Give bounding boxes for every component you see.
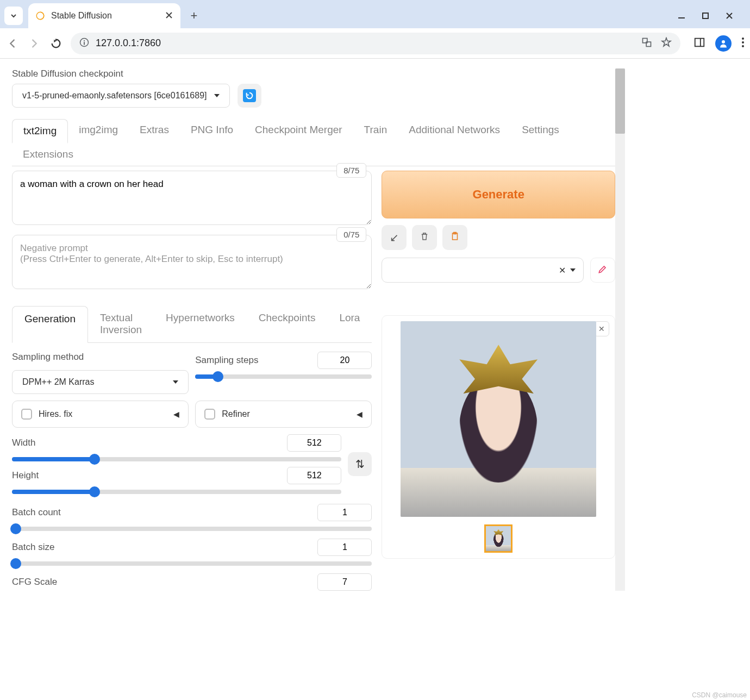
reload-button[interactable] [49, 36, 63, 51]
sampling-steps-label: Sampling steps [195, 355, 258, 366]
tab-search-button[interactable] [4, 7, 23, 25]
prompt-token-count: 8/75 [336, 163, 366, 178]
sub-tab-hypernetworks[interactable]: Hypernetworks [154, 305, 247, 342]
watermark-text: CSDN @caimouse [692, 691, 747, 699]
expand-left-icon: ◀ [173, 410, 179, 418]
edit-styles-button[interactable] [590, 258, 615, 283]
batch-count-input[interactable] [317, 504, 372, 521]
profile-button[interactable] [715, 35, 732, 52]
cfg-scale-label: CFG Scale [12, 577, 57, 588]
batch-size-label: Batch size [12, 542, 54, 553]
svg-point-10 [722, 40, 725, 43]
tab-extensions[interactable]: Extensions [12, 143, 84, 166]
tab-close-icon[interactable] [165, 11, 174, 20]
close-gallery-button[interactable]: ✕ [594, 321, 609, 336]
refresh-icon [243, 89, 256, 102]
negative-prompt-input[interactable] [12, 235, 372, 289]
refresh-checkpoints-button[interactable] [238, 84, 261, 108]
styles-dropdown[interactable]: ✕ [382, 258, 584, 283]
checkpoint-value: v1-5-pruned-emaonly.safetensors [6ce0161… [22, 91, 207, 101]
tab-title: Stable Diffusion [51, 11, 160, 21]
chevron-down-icon [214, 94, 220, 97]
tab-png-info[interactable]: PNG Info [180, 118, 244, 143]
close-window-button[interactable] [724, 10, 735, 21]
browser-tab[interactable]: Stable Diffusion [28, 3, 180, 28]
height-input[interactable] [287, 467, 341, 484]
width-slider[interactable] [12, 457, 341, 461]
bookmark-icon[interactable] [661, 37, 672, 50]
generated-image[interactable] [401, 321, 596, 517]
arrow-down-left-icon: ↙ [390, 231, 399, 244]
tab-txt2img[interactable]: txt2img [12, 119, 68, 143]
hires-fix-toggle[interactable]: Hires. fix ◀ [12, 401, 189, 428]
svg-rect-2 [703, 13, 708, 18]
sub-tab-textual-inversion[interactable]: Textual Inversion [88, 305, 154, 342]
cfg-scale-input[interactable] [317, 573, 372, 591]
forward-button[interactable] [27, 36, 41, 51]
tab-favicon-icon [35, 10, 46, 21]
batch-count-slider[interactable] [12, 527, 372, 531]
main-tabs: txt2img img2img Extras PNG Info Checkpoi… [12, 118, 615, 166]
trash-icon [420, 232, 429, 244]
scrollbar-thumb[interactable] [615, 68, 625, 134]
address-bar[interactable]: 127.0.0.1:7860 [71, 33, 680, 54]
vertical-scrollbar[interactable] [615, 68, 625, 591]
clear-prompt-button[interactable] [412, 225, 437, 250]
site-info-icon[interactable] [79, 38, 89, 49]
negative-token-count: 0/75 [336, 227, 366, 242]
sub-tabs: Generation Textual Inversion Hypernetwor… [12, 305, 372, 343]
chevron-down-icon [173, 380, 178, 384]
kebab-menu-icon[interactable] [741, 37, 745, 50]
chevron-down-icon [570, 268, 576, 272]
width-input[interactable] [287, 434, 341, 452]
svg-rect-8 [695, 38, 704, 46]
svg-point-11 [742, 38, 744, 40]
height-label: Height [12, 470, 39, 481]
paste-button[interactable] [442, 225, 467, 250]
url-text: 127.0.0.1:7860 [96, 38, 635, 49]
tab-img2img[interactable]: img2img [68, 118, 129, 143]
maximize-button[interactable] [700, 10, 711, 21]
batch-size-input[interactable] [317, 539, 372, 556]
sampling-steps-input[interactable] [317, 352, 372, 369]
refiner-toggle[interactable]: Refiner ◀ [195, 401, 372, 428]
svg-point-12 [742, 41, 744, 43]
clear-icon[interactable]: ✕ [559, 265, 566, 276]
batch-size-slider[interactable] [12, 561, 372, 566]
swap-dimensions-button[interactable]: ⇅ [348, 452, 372, 476]
checkpoint-dropdown[interactable]: v1-5-pruned-emaonly.safetensors [6ce0161… [12, 84, 230, 108]
sub-tab-lora[interactable]: Lora [327, 305, 372, 342]
interrogate-button[interactable]: ↙ [382, 225, 407, 250]
close-icon: ✕ [598, 324, 605, 333]
checkbox-icon [21, 409, 32, 420]
width-label: Width [12, 438, 35, 448]
prompt-input[interactable] [12, 171, 372, 225]
tab-additional-networks[interactable]: Additional Networks [398, 118, 511, 143]
clipboard-icon [450, 232, 460, 244]
batch-count-label: Batch count [12, 507, 61, 518]
checkpoint-label: Stable Diffusion checkpoint [12, 68, 615, 79]
minimize-button[interactable] [676, 10, 687, 21]
back-button[interactable] [5, 36, 20, 51]
pencil-icon [597, 264, 608, 277]
sampling-steps-slider[interactable] [195, 374, 372, 379]
translate-icon[interactable] [641, 37, 652, 50]
svg-point-13 [742, 45, 744, 47]
height-slider[interactable] [12, 490, 341, 494]
sampling-method-dropdown[interactable]: DPM++ 2M Karras [12, 370, 189, 394]
output-gallery: ⭳ ✕ [382, 315, 615, 559]
generate-button[interactable]: Generate [382, 171, 615, 218]
expand-left-icon: ◀ [357, 410, 362, 418]
gallery-thumbnail[interactable] [484, 524, 512, 553]
sub-tab-checkpoints[interactable]: Checkpoints [247, 305, 328, 342]
new-tab-button[interactable]: + [186, 8, 202, 24]
sub-tab-generation[interactable]: Generation [12, 306, 88, 343]
tab-checkpoint-merger[interactable]: Checkpoint Merger [244, 118, 353, 143]
tab-train[interactable]: Train [353, 118, 398, 143]
tab-extras[interactable]: Extras [129, 118, 180, 143]
tab-settings[interactable]: Settings [511, 118, 570, 143]
checkbox-icon [204, 409, 215, 420]
side-panel-icon[interactable] [693, 36, 705, 51]
sampling-method-label: Sampling method [12, 352, 189, 362]
